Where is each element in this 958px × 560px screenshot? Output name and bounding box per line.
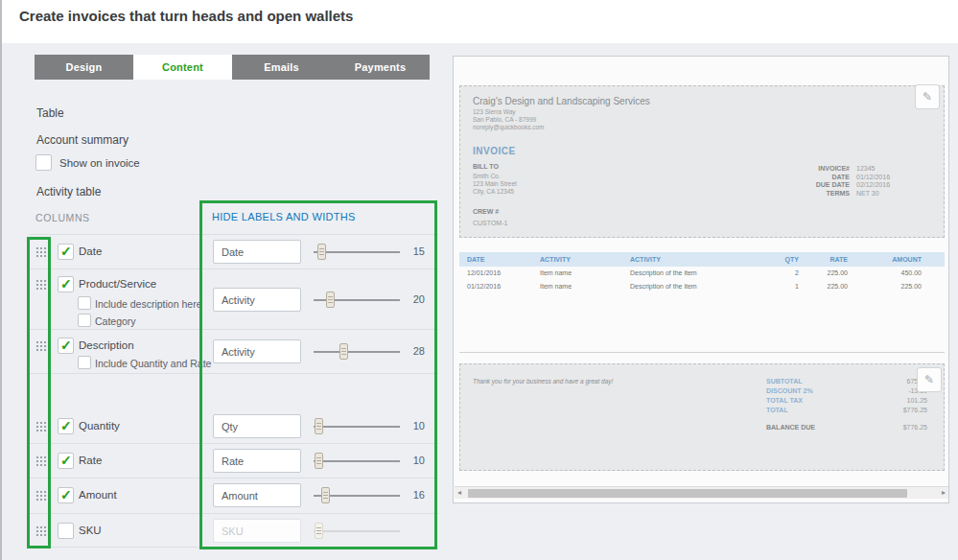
width-value: 10	[406, 420, 425, 432]
description-checkbox[interactable]	[58, 338, 74, 354]
column-row-quantity: Quantity 10	[29, 373, 438, 443]
product-service-checkbox[interactable]	[58, 276, 74, 292]
date-checkbox[interactable]	[58, 244, 74, 260]
slider-handle[interactable]	[321, 487, 330, 503]
quantity-width-slider	[314, 418, 400, 434]
slider-handle[interactable]	[315, 523, 323, 539]
drag-handle-icon[interactable]	[36, 456, 38, 458]
slider-track	[314, 251, 400, 253]
slider-handle[interactable]	[326, 292, 335, 308]
amount-width-slider	[314, 487, 400, 503]
sku-label-input[interactable]	[213, 519, 301, 543]
tab-bar: Design Content Emails Payments	[35, 55, 430, 80]
table-heading: Table	[36, 106, 64, 120]
sku-width-slider	[314, 523, 400, 539]
date-label-input[interactable]	[213, 240, 301, 264]
bill-to-address: Smith Co. 123 Main Street City, CA 12345	[473, 173, 517, 196]
invoice-header-block: Craig's Design and Landscaping Services …	[459, 85, 945, 238]
invoice-table-header: DATE ACTIVITY ACTIVITY QTY RATE AMOUNT	[459, 252, 945, 267]
slider-track	[314, 460, 400, 462]
width-value: 10	[406, 455, 425, 466]
description-label-input[interactable]	[213, 339, 301, 363]
slider-track	[314, 426, 400, 428]
slider-handle[interactable]	[315, 418, 323, 434]
amount-checkbox[interactable]	[58, 487, 74, 503]
drag-handle-icon[interactable]	[36, 422, 38, 424]
quantity-checkbox[interactable]	[58, 418, 74, 434]
show-on-invoice-label: Show on invoice	[59, 157, 140, 169]
invoice-table-row: 12/01/2016 Item name Description of the …	[459, 267, 945, 280]
slider-handle[interactable]	[339, 343, 348, 360]
pencil-icon: ✎	[924, 373, 934, 386]
invoice-meta-row: INVOICE#12345	[729, 165, 940, 174]
show-on-invoice-checkbox[interactable]	[35, 154, 52, 171]
scroll-left-arrow-icon[interactable]: ◂	[457, 488, 461, 497]
invoice-meta-row: TERMSNET 30	[729, 190, 940, 198]
sub-option-label: Include Quantity and Rate	[95, 358, 211, 369]
width-value: 20	[406, 293, 425, 305]
column-row-rate: Rate 10	[29, 443, 438, 478]
thank-you-message: Thank you for your business and have a g…	[473, 378, 613, 385]
column-label: Description	[79, 339, 134, 351]
tab-content[interactable]: Content	[133, 55, 232, 80]
description-width-slider	[314, 343, 400, 360]
sub-option-label: Include description here	[95, 298, 202, 310]
date-width-slider	[314, 244, 400, 260]
column-row-product-service: Product/Service Include description here…	[29, 268, 438, 329]
category-checkbox[interactable]	[78, 314, 91, 327]
custom-field-label: CREW #	[473, 208, 499, 215]
hide-labels-link[interactable]: HIDE LABELS AND WIDTHS	[212, 211, 356, 222]
tab-emails[interactable]: Emails	[232, 55, 331, 80]
drag-handle-icon[interactable]	[36, 526, 38, 528]
width-value: 28	[406, 345, 425, 357]
drag-handle-icon[interactable]	[36, 280, 38, 282]
sheet-divider	[459, 352, 945, 353]
custom-field-value: CUSTOM-1	[473, 220, 507, 227]
sub-option-label: Category	[95, 315, 136, 327]
width-value: 16	[406, 489, 425, 501]
drag-handle-icon[interactable]	[36, 247, 38, 249]
column-label: Quantity	[79, 420, 120, 432]
edit-header-button[interactable]: ✎	[915, 84, 940, 109]
bill-to-label: BILL TO	[473, 163, 499, 170]
drag-handle-icon[interactable]	[36, 491, 38, 493]
company-address: 123 Sierra Way San Pablo, CA - 87999 nor…	[473, 108, 545, 131]
tab-design[interactable]: Design	[35, 55, 133, 80]
invoice-footer-block: Thank you for your business and have a g…	[459, 363, 945, 471]
include-description-checkbox[interactable]	[78, 296, 91, 310]
rate-checkbox[interactable]	[58, 453, 74, 469]
scrollbar-thumb[interactable]	[468, 489, 907, 498]
drag-handle-icon[interactable]	[36, 341, 38, 343]
page-title: Create invoices that turn heads and open…	[19, 8, 353, 24]
amount-label-input[interactable]	[213, 483, 301, 507]
scroll-right-arrow-icon[interactable]: ▸	[942, 488, 946, 497]
column-row-sku: SKU	[29, 513, 438, 548]
columns-list: Date 15 Product/Service Include descript…	[29, 234, 438, 548]
slider-handle[interactable]	[315, 453, 323, 469]
tab-payments[interactable]: Payments	[331, 55, 430, 80]
invoice-table-row: 01/12/2016 Item name Description of the …	[459, 280, 945, 293]
product-service-width-slider	[314, 292, 400, 308]
company-name: Craig's Design and Landscaping Services	[473, 96, 650, 106]
include-quantity-rate-checkbox[interactable]	[78, 356, 91, 369]
slider-track	[314, 351, 400, 353]
column-label: Rate	[79, 455, 102, 466]
column-label: SKU	[79, 525, 102, 536]
product-service-label-input[interactable]	[213, 288, 301, 312]
invoice-meta-row: DATE01/12/2016	[729, 174, 940, 182]
app-window: Create invoices that turn heads and open…	[0, 0, 958, 560]
slider-track	[314, 530, 400, 532]
column-label: Date	[79, 245, 102, 257]
column-row-amount: Amount 16	[29, 478, 438, 513]
invoice-meta-row: DUE DATE02/12/2016	[729, 181, 940, 190]
columns-heading: COLUMNS	[35, 212, 90, 223]
column-label: Product/Service	[79, 278, 156, 290]
slider-handle[interactable]	[317, 244, 326, 260]
column-row-date: Date 15	[29, 234, 438, 268]
account-summary-heading: Account summary	[36, 133, 129, 147]
sku-checkbox[interactable]	[58, 523, 74, 539]
rate-label-input[interactable]	[213, 449, 301, 473]
edit-footer-button[interactable]: ✎	[917, 367, 942, 392]
invoice-title: INVOICE	[473, 146, 516, 156]
quantity-label-input[interactable]	[213, 414, 301, 438]
